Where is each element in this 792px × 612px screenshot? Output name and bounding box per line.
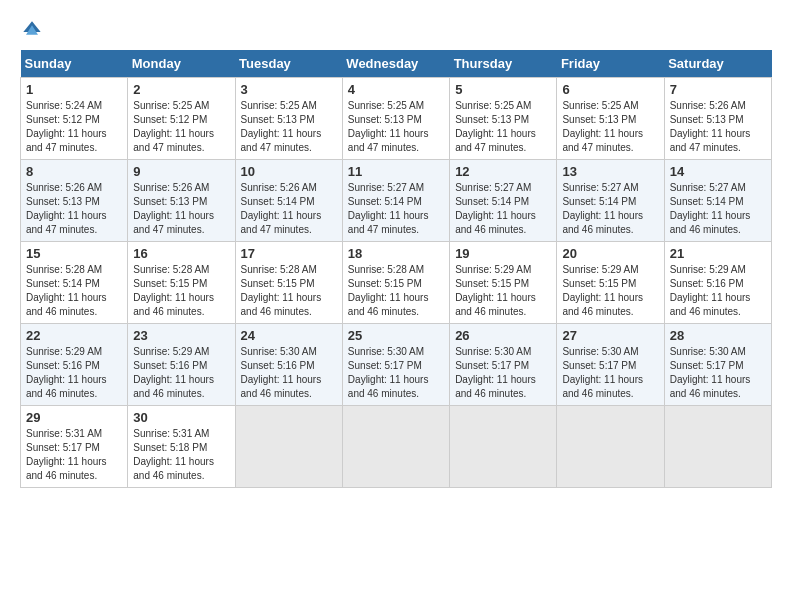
day-number: 11	[348, 164, 444, 179]
day-number: 9	[133, 164, 229, 179]
day-info: Sunrise: 5:29 AM Sunset: 5:16 PM Dayligh…	[670, 263, 766, 319]
day-number: 12	[455, 164, 551, 179]
day-number: 2	[133, 82, 229, 97]
calendar-cell: 6Sunrise: 5:25 AM Sunset: 5:13 PM Daylig…	[557, 78, 664, 160]
calendar-cell: 28Sunrise: 5:30 AM Sunset: 5:17 PM Dayli…	[664, 324, 771, 406]
day-info: Sunrise: 5:25 AM Sunset: 5:13 PM Dayligh…	[455, 99, 551, 155]
calendar-cell: 25Sunrise: 5:30 AM Sunset: 5:17 PM Dayli…	[342, 324, 449, 406]
calendar-cell: 19Sunrise: 5:29 AM Sunset: 5:15 PM Dayli…	[450, 242, 557, 324]
day-info: Sunrise: 5:27 AM Sunset: 5:14 PM Dayligh…	[348, 181, 444, 237]
calendar-cell: 27Sunrise: 5:30 AM Sunset: 5:17 PM Dayli…	[557, 324, 664, 406]
day-info: Sunrise: 5:30 AM Sunset: 5:17 PM Dayligh…	[455, 345, 551, 401]
day-info: Sunrise: 5:29 AM Sunset: 5:16 PM Dayligh…	[26, 345, 122, 401]
day-info: Sunrise: 5:28 AM Sunset: 5:14 PM Dayligh…	[26, 263, 122, 319]
calendar-cell: 9Sunrise: 5:26 AM Sunset: 5:13 PM Daylig…	[128, 160, 235, 242]
day-info: Sunrise: 5:25 AM Sunset: 5:13 PM Dayligh…	[241, 99, 337, 155]
day-number: 4	[348, 82, 444, 97]
page-header	[20, 20, 772, 40]
calendar-cell: 10Sunrise: 5:26 AM Sunset: 5:14 PM Dayli…	[235, 160, 342, 242]
day-number: 6	[562, 82, 658, 97]
day-info: Sunrise: 5:26 AM Sunset: 5:13 PM Dayligh…	[133, 181, 229, 237]
calendar-cell	[557, 406, 664, 488]
day-info: Sunrise: 5:25 AM Sunset: 5:12 PM Dayligh…	[133, 99, 229, 155]
calendar-cell: 14Sunrise: 5:27 AM Sunset: 5:14 PM Dayli…	[664, 160, 771, 242]
day-number: 16	[133, 246, 229, 261]
week-row-1: 1Sunrise: 5:24 AM Sunset: 5:12 PM Daylig…	[21, 78, 772, 160]
calendar-cell: 4Sunrise: 5:25 AM Sunset: 5:13 PM Daylig…	[342, 78, 449, 160]
header-monday: Monday	[128, 50, 235, 78]
day-info: Sunrise: 5:27 AM Sunset: 5:14 PM Dayligh…	[670, 181, 766, 237]
day-number: 22	[26, 328, 122, 343]
calendar-cell: 30Sunrise: 5:31 AM Sunset: 5:18 PM Dayli…	[128, 406, 235, 488]
calendar-cell: 5Sunrise: 5:25 AM Sunset: 5:13 PM Daylig…	[450, 78, 557, 160]
calendar-cell: 21Sunrise: 5:29 AM Sunset: 5:16 PM Dayli…	[664, 242, 771, 324]
calendar-cell: 20Sunrise: 5:29 AM Sunset: 5:15 PM Dayli…	[557, 242, 664, 324]
header-row: SundayMondayTuesdayWednesdayThursdayFrid…	[21, 50, 772, 78]
day-info: Sunrise: 5:27 AM Sunset: 5:14 PM Dayligh…	[562, 181, 658, 237]
day-info: Sunrise: 5:28 AM Sunset: 5:15 PM Dayligh…	[348, 263, 444, 319]
day-info: Sunrise: 5:28 AM Sunset: 5:15 PM Dayligh…	[241, 263, 337, 319]
logo-icon	[22, 20, 42, 40]
day-info: Sunrise: 5:25 AM Sunset: 5:13 PM Dayligh…	[562, 99, 658, 155]
week-row-3: 15Sunrise: 5:28 AM Sunset: 5:14 PM Dayli…	[21, 242, 772, 324]
calendar-cell: 18Sunrise: 5:28 AM Sunset: 5:15 PM Dayli…	[342, 242, 449, 324]
day-number: 23	[133, 328, 229, 343]
day-info: Sunrise: 5:25 AM Sunset: 5:13 PM Dayligh…	[348, 99, 444, 155]
day-info: Sunrise: 5:31 AM Sunset: 5:17 PM Dayligh…	[26, 427, 122, 483]
day-number: 8	[26, 164, 122, 179]
logo	[20, 20, 42, 40]
calendar-cell: 26Sunrise: 5:30 AM Sunset: 5:17 PM Dayli…	[450, 324, 557, 406]
calendar-cell	[235, 406, 342, 488]
day-info: Sunrise: 5:29 AM Sunset: 5:15 PM Dayligh…	[455, 263, 551, 319]
calendar-cell: 15Sunrise: 5:28 AM Sunset: 5:14 PM Dayli…	[21, 242, 128, 324]
day-number: 15	[26, 246, 122, 261]
day-info: Sunrise: 5:30 AM Sunset: 5:17 PM Dayligh…	[562, 345, 658, 401]
calendar-cell: 16Sunrise: 5:28 AM Sunset: 5:15 PM Dayli…	[128, 242, 235, 324]
day-info: Sunrise: 5:26 AM Sunset: 5:14 PM Dayligh…	[241, 181, 337, 237]
calendar-cell: 7Sunrise: 5:26 AM Sunset: 5:13 PM Daylig…	[664, 78, 771, 160]
day-info: Sunrise: 5:30 AM Sunset: 5:17 PM Dayligh…	[348, 345, 444, 401]
day-info: Sunrise: 5:26 AM Sunset: 5:13 PM Dayligh…	[670, 99, 766, 155]
day-number: 18	[348, 246, 444, 261]
day-info: Sunrise: 5:30 AM Sunset: 5:16 PM Dayligh…	[241, 345, 337, 401]
header-wednesday: Wednesday	[342, 50, 449, 78]
calendar-table: SundayMondayTuesdayWednesdayThursdayFrid…	[20, 50, 772, 488]
day-number: 10	[241, 164, 337, 179]
calendar-cell: 17Sunrise: 5:28 AM Sunset: 5:15 PM Dayli…	[235, 242, 342, 324]
header-saturday: Saturday	[664, 50, 771, 78]
calendar-cell: 22Sunrise: 5:29 AM Sunset: 5:16 PM Dayli…	[21, 324, 128, 406]
calendar-cell	[664, 406, 771, 488]
day-number: 28	[670, 328, 766, 343]
calendar-cell: 1Sunrise: 5:24 AM Sunset: 5:12 PM Daylig…	[21, 78, 128, 160]
day-info: Sunrise: 5:31 AM Sunset: 5:18 PM Dayligh…	[133, 427, 229, 483]
day-number: 24	[241, 328, 337, 343]
calendar-cell: 11Sunrise: 5:27 AM Sunset: 5:14 PM Dayli…	[342, 160, 449, 242]
day-number: 20	[562, 246, 658, 261]
day-number: 17	[241, 246, 337, 261]
day-number: 13	[562, 164, 658, 179]
day-number: 29	[26, 410, 122, 425]
day-number: 19	[455, 246, 551, 261]
day-info: Sunrise: 5:27 AM Sunset: 5:14 PM Dayligh…	[455, 181, 551, 237]
day-number: 5	[455, 82, 551, 97]
calendar-cell: 8Sunrise: 5:26 AM Sunset: 5:13 PM Daylig…	[21, 160, 128, 242]
calendar-cell: 29Sunrise: 5:31 AM Sunset: 5:17 PM Dayli…	[21, 406, 128, 488]
day-number: 27	[562, 328, 658, 343]
day-info: Sunrise: 5:30 AM Sunset: 5:17 PM Dayligh…	[670, 345, 766, 401]
day-number: 1	[26, 82, 122, 97]
day-number: 7	[670, 82, 766, 97]
day-info: Sunrise: 5:29 AM Sunset: 5:15 PM Dayligh…	[562, 263, 658, 319]
day-info: Sunrise: 5:24 AM Sunset: 5:12 PM Dayligh…	[26, 99, 122, 155]
day-info: Sunrise: 5:29 AM Sunset: 5:16 PM Dayligh…	[133, 345, 229, 401]
calendar-cell: 12Sunrise: 5:27 AM Sunset: 5:14 PM Dayli…	[450, 160, 557, 242]
week-row-4: 22Sunrise: 5:29 AM Sunset: 5:16 PM Dayli…	[21, 324, 772, 406]
header-thursday: Thursday	[450, 50, 557, 78]
calendar-cell	[342, 406, 449, 488]
day-number: 14	[670, 164, 766, 179]
day-number: 25	[348, 328, 444, 343]
calendar-cell	[450, 406, 557, 488]
calendar-cell: 23Sunrise: 5:29 AM Sunset: 5:16 PM Dayli…	[128, 324, 235, 406]
day-number: 26	[455, 328, 551, 343]
header-friday: Friday	[557, 50, 664, 78]
week-row-5: 29Sunrise: 5:31 AM Sunset: 5:17 PM Dayli…	[21, 406, 772, 488]
